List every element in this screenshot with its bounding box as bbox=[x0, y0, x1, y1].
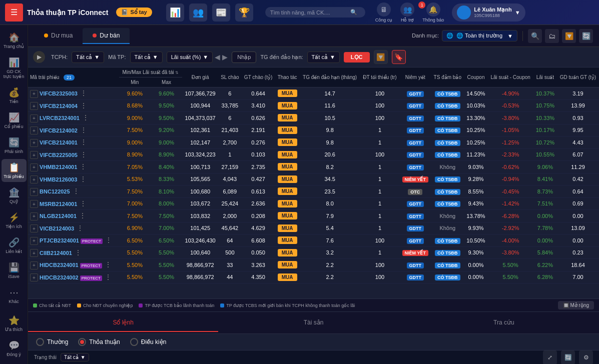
sidebar-item-cophieu[interactable]: 📈 Cổ phiếu bbox=[2, 109, 27, 132]
tab-tai-san[interactable]: Tài sản bbox=[218, 314, 408, 332]
sidebar-item-isave[interactable]: 💾 iSave bbox=[2, 259, 27, 282]
mua-button-3[interactable]: MUA bbox=[278, 126, 297, 134]
tgdaohan-select[interactable]: Tất cả ▼ bbox=[307, 52, 340, 63]
mua-button-14[interactable]: MUA bbox=[278, 261, 297, 268]
status-select[interactable]: Tất cả ▼ bbox=[61, 353, 89, 362]
plus-button-8[interactable]: + bbox=[30, 188, 38, 196]
mua-button-6[interactable]: MUA bbox=[278, 163, 297, 170]
dots-button-15[interactable]: ⋮ bbox=[104, 273, 113, 281]
search-tab-button[interactable]: 🔍 bbox=[528, 29, 542, 43]
table-layout-button[interactable]: 🗂 bbox=[545, 29, 559, 43]
tab-du-mua[interactable]: Dư mua bbox=[34, 28, 83, 44]
tab-so-lenh[interactable]: Sổ lệnh bbox=[28, 314, 218, 332]
sidebar-item-khac[interactable]: ⋯ Khác bbox=[2, 284, 27, 307]
cell-ma-text[interactable]: PTJCB2324001 bbox=[40, 238, 79, 244]
radio-thoathuan[interactable]: Thỏa thuận bbox=[78, 338, 120, 346]
sidebar-item-phaisinH[interactable]: 🔄 Phái sinh bbox=[2, 134, 27, 157]
cell-ma-text[interactable]: MSRB2124001 bbox=[40, 201, 77, 207]
mo-rong-button[interactable]: 🔲 Mở rộng bbox=[558, 301, 594, 310]
radio-thuong[interactable]: Thường bbox=[36, 338, 68, 346]
dots-button-3[interactable]: ⋮ bbox=[79, 126, 88, 134]
cell-ma-text[interactable]: VIFCB2225005 bbox=[40, 152, 78, 158]
dots-button-5[interactable]: ⋮ bbox=[79, 150, 88, 158]
sidebar-item-lienket[interactable]: 🔗 Liên kết bbox=[2, 234, 27, 257]
plus-button-2[interactable]: + bbox=[30, 114, 38, 122]
sidebar-item-gopy[interactable]: 💬 Đóng ý bbox=[2, 337, 27, 360]
filter-save-button[interactable]: 🔖 bbox=[392, 50, 406, 64]
lailuat-select[interactable]: Lãi suất (%) ▼ bbox=[167, 52, 213, 63]
thong-bao-button[interactable]: 🔔 Thông báo 1 bbox=[422, 2, 444, 22]
cell-ma-text[interactable]: VIFCB2325003 bbox=[40, 90, 78, 96]
plus-button-1[interactable]: + bbox=[30, 102, 38, 110]
tab-tra-cuu[interactable]: Tra cứu bbox=[409, 314, 599, 332]
dots-button-4[interactable]: ⋮ bbox=[79, 138, 88, 146]
plus-button-7[interactable]: + bbox=[30, 176, 38, 184]
cell-ma-text[interactable]: VHMB2124001 bbox=[40, 164, 77, 170]
nhap-button[interactable]: Nhập bbox=[232, 52, 256, 63]
radio-dieukien[interactable]: Điều kiện bbox=[130, 338, 167, 346]
mua-button-12[interactable]: MUA bbox=[278, 236, 297, 244]
cell-ma-text[interactable]: HIDCB2324002 bbox=[40, 274, 79, 280]
cell-ma-text[interactable]: LVRCB2324001 bbox=[40, 115, 80, 121]
plus-button-10[interactable]: + bbox=[30, 212, 38, 220]
search-input[interactable] bbox=[270, 10, 350, 16]
cell-ma-text[interactable]: VIFCB2124004 bbox=[40, 103, 78, 109]
plus-button-6[interactable]: + bbox=[30, 164, 38, 172]
cell-ma-text[interactable]: BNC122025 bbox=[40, 188, 70, 194]
plus-button-0[interactable]: + bbox=[30, 90, 38, 98]
cell-ma-text[interactable]: NLGB2124001 bbox=[40, 213, 77, 219]
mua-button-15[interactable]: MUA bbox=[278, 274, 297, 281]
dots-button-9[interactable]: ⋮ bbox=[79, 200, 88, 208]
dots-button-8[interactable]: ⋮ bbox=[72, 187, 81, 195]
dots-button-1[interactable]: ⋮ bbox=[79, 102, 88, 110]
cell-ma-text[interactable]: CIIB2124001 bbox=[40, 250, 72, 256]
mua-button-2[interactable]: MUA bbox=[278, 114, 297, 122]
sidebar-item-quy[interactable]: 🏦 Quỹ bbox=[2, 184, 27, 207]
plus-button-13[interactable]: + bbox=[30, 249, 38, 257]
plus-button-15[interactable]: + bbox=[30, 274, 38, 282]
plus-button-14[interactable]: + bbox=[30, 262, 38, 270]
plus-button-9[interactable]: + bbox=[30, 200, 38, 208]
sidebar-item-trangchu[interactable]: 🏠 Trang chủ bbox=[2, 29, 27, 52]
cong-cu-button[interactable]: 🖥 Công cụ bbox=[375, 2, 393, 22]
ho-tro-button[interactable]: 👥 Hỗ trợ bbox=[400, 2, 414, 22]
filter-tab-button[interactable]: 🔽 bbox=[562, 29, 576, 43]
sidebar-item-traiphieu[interactable]: 📋 Trái phiếu bbox=[2, 159, 27, 182]
dots-button-14[interactable]: ⋮ bbox=[104, 260, 113, 268]
danh-muc-select[interactable]: 🌐 🌐 Toàn thị trường ▼ bbox=[442, 30, 517, 42]
dots-button-11[interactable]: ⋮ bbox=[76, 224, 85, 232]
mua-button-1[interactable]: MUA bbox=[278, 102, 297, 110]
cell-ma-text[interactable]: VHMB2126003 bbox=[40, 176, 77, 182]
plus-button-4[interactable]: + bbox=[30, 139, 38, 147]
sidebar-item-tienich[interactable]: ⚡ Tiện ích bbox=[2, 209, 27, 232]
plus-button-5[interactable]: + bbox=[30, 151, 38, 159]
settings-status-button[interactable]: ⚙ bbox=[579, 350, 593, 364]
cell-ma-text[interactable]: VIFCB2124001 bbox=[40, 140, 78, 146]
mua-button-11[interactable]: MUA bbox=[278, 224, 297, 232]
dots-button-2[interactable]: ⋮ bbox=[81, 114, 90, 122]
dots-button-12[interactable]: ⋮ bbox=[104, 236, 113, 244]
matp-select[interactable]: Tất cả ▼ bbox=[130, 52, 163, 63]
filter-extra-button[interactable]: 🔽 bbox=[374, 50, 388, 64]
sidebar-item-gdck[interactable]: 📊 GD CK trực tuyến bbox=[2, 54, 27, 82]
tab-du-ban[interactable]: Dư bán bbox=[83, 28, 130, 44]
menu-button[interactable]: ☰ bbox=[5, 4, 23, 22]
dots-button-7[interactable]: ⋮ bbox=[79, 175, 88, 183]
mua-button-8[interactable]: MUA bbox=[278, 188, 297, 195]
tcph-select[interactable]: Tất cả ▼ bbox=[72, 52, 104, 63]
mua-button-9[interactable]: MUA bbox=[278, 200, 297, 208]
dots-button-10[interactable]: ⋮ bbox=[78, 212, 87, 220]
sidebar-item-tien[interactable]: 💰 Tiền bbox=[2, 84, 27, 107]
cell-ma-text[interactable]: VIFCB2124002 bbox=[40, 128, 78, 134]
expand-icon-button[interactable]: ⤢ bbox=[543, 350, 557, 364]
cell-ma-text[interactable]: VICB2124003 bbox=[40, 226, 74, 232]
nav-icon-4[interactable]: 🏆 bbox=[235, 4, 253, 22]
refresh-status-button[interactable]: 🔄 bbox=[561, 350, 575, 364]
mua-button-10[interactable]: MUA bbox=[278, 212, 297, 220]
nav-icon-2[interactable]: 👥 bbox=[189, 4, 207, 22]
dots-button-13[interactable]: ⋮ bbox=[74, 248, 83, 256]
plus-button-12[interactable]: + bbox=[30, 237, 38, 245]
mua-button-13[interactable]: MUA bbox=[278, 249, 297, 256]
expand-arrow-button[interactable]: ▶ bbox=[33, 51, 45, 63]
refresh-tab-button[interactable]: 🔄 bbox=[579, 29, 593, 43]
